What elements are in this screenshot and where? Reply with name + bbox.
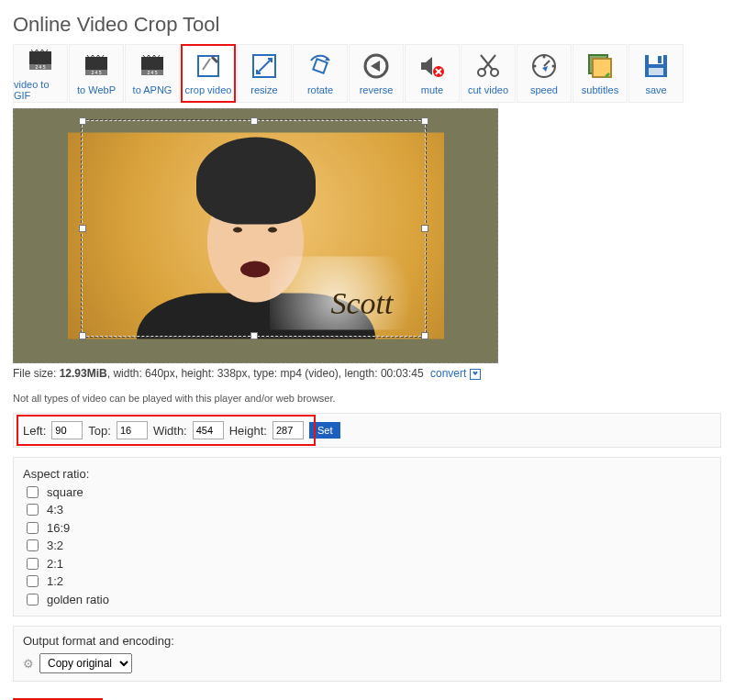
height-input[interactable] xyxy=(272,421,304,439)
page-title: Online Video Crop Tool xyxy=(13,13,721,37)
svg-rect-6 xyxy=(141,57,163,70)
tool-label: resize xyxy=(250,84,277,95)
top-label: Top: xyxy=(88,424,111,438)
left-input[interactable] xyxy=(51,421,83,439)
tool-speed[interactable]: speed xyxy=(517,44,572,103)
ratio-label: 2:1 xyxy=(47,555,63,573)
to-webp-icon: 2 4 5 xyxy=(82,51,111,81)
svg-text:2 4 5: 2 4 5 xyxy=(147,70,157,75)
tool-save[interactable]: save xyxy=(628,44,684,103)
ratio-label: 3:2 xyxy=(47,537,63,555)
coords-panel: Left: Top: Width: Height: Set xyxy=(13,413,721,448)
ratio-checkbox-3[interactable] xyxy=(27,539,39,551)
ratio-checkbox-2[interactable] xyxy=(27,522,39,534)
crop-handle-mr[interactable] xyxy=(421,225,428,232)
tool-label: cut video xyxy=(468,84,508,95)
cut-video-icon xyxy=(473,51,503,81)
resize-icon xyxy=(250,51,279,81)
ratio-checkbox-6[interactable] xyxy=(27,594,39,606)
svg-rect-25 xyxy=(649,68,663,75)
svg-rect-24 xyxy=(658,56,662,63)
tool-label: video to GIF xyxy=(14,79,67,101)
tool-label: reverse xyxy=(360,84,394,95)
ratio-checkbox-1[interactable] xyxy=(27,504,39,516)
file-size: 12.93MiB xyxy=(60,367,107,380)
tool-label: crop video xyxy=(185,84,232,95)
ratio-label: square xyxy=(47,483,83,502)
crop-video-icon xyxy=(194,51,223,81)
compat-note: Not all types of video can be played wit… xyxy=(13,393,721,404)
to-apng-icon: 2 4 5 xyxy=(138,51,167,81)
ratio-label: 1:2 xyxy=(47,572,63,591)
toolbar: 2 4 5video to GIF2 4 5to WebP2 4 5to APN… xyxy=(13,44,721,103)
save-icon xyxy=(641,51,671,81)
tool-mute[interactable]: mute xyxy=(405,44,460,103)
file-info: File size: 12.93MiB, width: 640px, heigh… xyxy=(13,367,721,380)
crop-handle-tm[interactable] xyxy=(250,117,258,125)
convert-link[interactable]: convert xyxy=(430,367,466,380)
tool-label: to WebP xyxy=(77,84,116,95)
svg-point-19 xyxy=(534,65,537,68)
aspect-ratio-panel: Aspect ratio: square4:316:93:22:11:2gold… xyxy=(13,457,721,617)
tool-label: rotate xyxy=(307,84,333,95)
gear-icon: ⚙ xyxy=(23,657,34,671)
crop-handle-bm[interactable] xyxy=(250,332,258,339)
crop-selection[interactable] xyxy=(82,120,426,337)
svg-rect-0 xyxy=(29,51,51,64)
mute-icon xyxy=(417,51,447,81)
crop-handle-tr[interactable] xyxy=(421,117,428,125)
tool-to-webp[interactable]: 2 4 5to WebP xyxy=(69,44,124,103)
output-panel: Output format and encoding: ⚙ Copy origi… xyxy=(13,626,721,682)
ratio-label: 16:9 xyxy=(47,519,70,538)
crop-handle-ml[interactable] xyxy=(79,225,86,232)
video-to-gif-icon: 2 4 5 xyxy=(26,46,55,75)
tool-label: to APNG xyxy=(133,84,172,95)
output-header: Output format and encoding: xyxy=(23,634,711,648)
video-canvas[interactable]: Scott xyxy=(13,108,498,363)
ratio-label: golden ratio xyxy=(47,591,109,609)
svg-text:2 4 5: 2 4 5 xyxy=(91,70,101,75)
rotate-icon xyxy=(306,51,335,81)
tool-label: subtitles xyxy=(582,84,618,95)
tool-label: speed xyxy=(530,84,558,95)
aspect-ratio-header: Aspect ratio: xyxy=(23,465,711,483)
speed-icon xyxy=(529,51,559,81)
width-input[interactable] xyxy=(193,421,224,439)
ratio-checkbox-0[interactable] xyxy=(27,486,39,498)
ratio-label: 4:3 xyxy=(47,501,63,519)
svg-text:2 4 5: 2 4 5 xyxy=(35,64,45,70)
set-button[interactable]: Set xyxy=(309,422,341,439)
tool-rotate[interactable]: rotate xyxy=(293,44,348,103)
subtitles-icon xyxy=(585,51,615,81)
svg-point-17 xyxy=(543,56,546,59)
crop-handle-br[interactable] xyxy=(421,332,428,339)
tool-crop-video[interactable]: crop video xyxy=(181,44,236,103)
top-input[interactable] xyxy=(117,421,148,439)
tool-video-to-gif[interactable]: 2 4 5video to GIF xyxy=(13,44,68,103)
svg-rect-3 xyxy=(85,57,107,70)
tool-cut-video[interactable]: cut video xyxy=(461,44,516,103)
height-label: Height: xyxy=(229,424,267,438)
crop-handle-bl[interactable] xyxy=(79,332,86,339)
ratio-checkbox-4[interactable] xyxy=(27,558,39,570)
tool-resize[interactable]: resize xyxy=(237,44,292,103)
left-label: Left: xyxy=(23,424,46,438)
reverse-icon xyxy=(361,51,391,81)
crop-handle-tl[interactable] xyxy=(79,117,86,125)
svg-point-18 xyxy=(552,65,555,68)
download-icon[interactable] xyxy=(470,369,481,380)
ratio-checkbox-5[interactable] xyxy=(27,575,39,587)
tool-label: save xyxy=(645,84,666,95)
svg-rect-11 xyxy=(313,59,327,72)
tool-subtitles[interactable]: subtitles xyxy=(573,44,628,103)
tool-label: mute xyxy=(421,84,443,95)
output-format-select[interactable]: Copy original xyxy=(39,653,132,673)
tool-reverse[interactable]: reverse xyxy=(349,44,404,103)
tool-to-apng[interactable]: 2 4 5to APNG xyxy=(125,44,180,103)
width-label: Width: xyxy=(153,424,187,438)
